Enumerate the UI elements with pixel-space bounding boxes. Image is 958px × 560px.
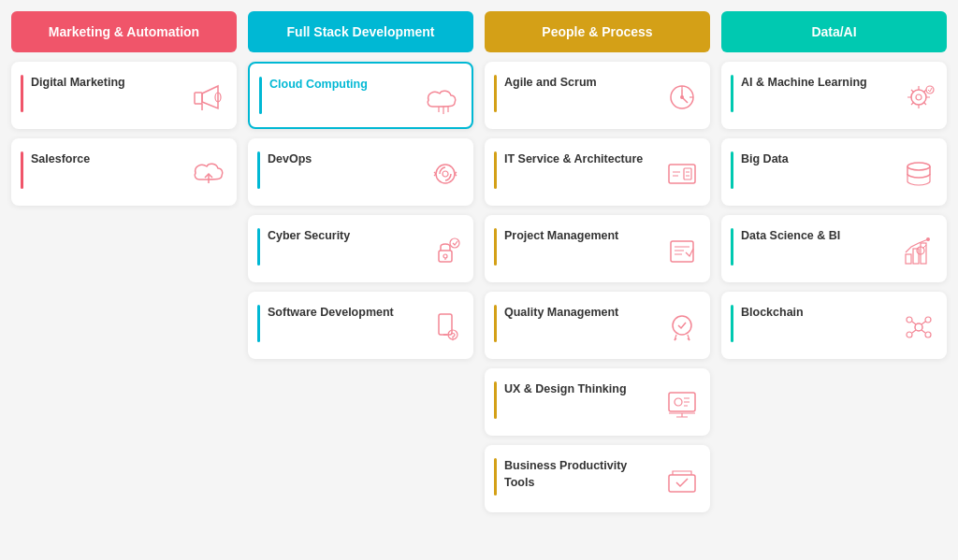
card-title-big-data: Big Data xyxy=(741,150,789,168)
card-title-devops: DevOps xyxy=(268,150,312,168)
card-icon-data-science xyxy=(894,226,937,269)
card-bar-quality-management xyxy=(494,305,497,342)
svg-point-32 xyxy=(925,332,931,337)
card-title-ux-design: UX & Design Thinking xyxy=(504,380,627,398)
svg-point-17 xyxy=(675,398,682,406)
card-icon-big-data xyxy=(894,150,937,193)
card-blockchain[interactable]: Blockchain xyxy=(721,292,947,359)
card-big-data[interactable]: Big Data xyxy=(721,138,947,206)
card-icon-cloud-computing xyxy=(419,75,462,118)
card-title-salesforce: Salesforce xyxy=(31,150,90,168)
svg-point-31 xyxy=(907,332,912,337)
svg-rect-14 xyxy=(671,241,693,262)
card-salesforce[interactable]: Salesforce xyxy=(11,138,237,206)
card-it-service[interactable]: IT Service & Architecture xyxy=(485,138,710,206)
card-digital-marketing[interactable]: Digital Marketing xyxy=(11,62,237,129)
card-title-quality-management: Quality Management xyxy=(504,303,618,322)
card-icon-devops xyxy=(421,150,464,193)
card-software-development[interactable]: Software Development xyxy=(248,292,473,359)
card-bar-cyber-security xyxy=(257,228,260,266)
card-bar-digital-marketing xyxy=(21,75,23,112)
card-icon-digital-marketing xyxy=(184,73,227,116)
card-bar-cloud-computing xyxy=(259,77,262,114)
card-icon-ai-ml xyxy=(894,73,937,116)
card-title-cloud-computing: Cloud Computing xyxy=(269,75,368,93)
svg-point-21 xyxy=(926,86,934,93)
svg-point-20 xyxy=(916,94,922,100)
card-icon-salesforce xyxy=(184,150,227,193)
column-header-fullstack[interactable]: Full Stack Development xyxy=(248,11,473,52)
card-icon-business-productivity xyxy=(658,456,701,499)
card-title-business-productivity: Business Productivity Tools xyxy=(504,456,658,491)
card-title-ai-ml: AI & Machine Learning xyxy=(741,73,867,92)
svg-rect-13 xyxy=(684,168,691,179)
card-bar-data-science xyxy=(731,228,733,266)
svg-point-11 xyxy=(680,95,684,99)
svg-point-30 xyxy=(925,317,931,323)
svg-point-15 xyxy=(673,316,691,335)
card-bar-it-service xyxy=(494,151,497,189)
svg-point-22 xyxy=(907,163,930,170)
svg-point-5 xyxy=(443,254,447,258)
column-header-data-ai[interactable]: Data/AI xyxy=(721,11,947,52)
card-bar-blockchain xyxy=(731,305,733,342)
card-title-it-service: IT Service & Architecture xyxy=(504,150,643,168)
card-icon-software-development xyxy=(421,303,464,346)
column-data-ai: Data/AIAI & Machine Learning Big Data Da… xyxy=(721,11,947,512)
card-cloud-computing[interactable]: Cloud Computing xyxy=(248,62,473,129)
svg-point-29 xyxy=(907,317,912,323)
card-icon-cyber-security xyxy=(421,226,464,269)
main-grid: Marketing & AutomationDigital Marketing … xyxy=(11,11,947,512)
card-bar-salesforce xyxy=(21,151,23,189)
svg-rect-24 xyxy=(913,249,919,264)
card-bar-ai-ml xyxy=(731,75,733,112)
svg-rect-4 xyxy=(439,251,452,262)
card-bar-ux-design xyxy=(494,381,497,419)
card-agile-scrum[interactable]: Agile and Scrum xyxy=(485,62,710,129)
column-people-process: People & ProcessAgile and Scrum IT Servi… xyxy=(485,11,710,512)
card-title-digital-marketing: Digital Marketing xyxy=(31,73,125,92)
card-bar-devops xyxy=(257,151,260,189)
card-project-management[interactable]: Project Management xyxy=(485,215,710,282)
column-header-marketing[interactable]: Marketing & Automation xyxy=(11,11,237,52)
card-icon-blockchain xyxy=(894,303,937,346)
card-ai-ml[interactable]: AI & Machine Learning xyxy=(721,62,947,129)
card-icon-quality-management xyxy=(658,303,701,346)
svg-point-3 xyxy=(443,171,448,177)
card-icon-ux-design xyxy=(658,380,701,423)
card-business-productivity[interactable]: Business Productivity Tools xyxy=(485,445,710,512)
column-header-people-process[interactable]: People & Process xyxy=(485,11,710,52)
card-devops[interactable]: DevOps xyxy=(248,138,473,206)
card-title-agile-scrum: Agile and Scrum xyxy=(504,73,597,92)
card-title-project-management: Project Management xyxy=(504,226,618,245)
svg-point-6 xyxy=(450,238,459,248)
card-title-cyber-security: Cyber Security xyxy=(268,226,350,245)
card-quality-management[interactable]: Quality Management xyxy=(485,292,710,359)
svg-rect-0 xyxy=(195,93,202,104)
card-icon-it-service xyxy=(658,150,701,193)
svg-point-26 xyxy=(926,237,930,241)
card-bar-big-data xyxy=(731,151,733,189)
card-icon-project-management xyxy=(658,226,701,269)
card-title-data-science: Data Science & BI xyxy=(741,226,840,245)
card-bar-business-productivity xyxy=(494,458,497,495)
column-fullstack: Full Stack DevelopmentCloud Computing De… xyxy=(248,11,473,512)
card-bar-project-management xyxy=(494,228,497,266)
card-ux-design[interactable]: UX & Design Thinking xyxy=(485,368,710,436)
column-marketing: Marketing & AutomationDigital Marketing … xyxy=(11,11,237,512)
card-icon-agile-scrum xyxy=(658,73,701,116)
card-bar-agile-scrum xyxy=(494,75,497,112)
svg-rect-23 xyxy=(906,254,911,264)
svg-point-28 xyxy=(915,323,922,331)
card-title-blockchain: Blockchain xyxy=(741,303,804,322)
card-title-software-development: Software Development xyxy=(268,303,394,322)
svg-point-9 xyxy=(452,339,454,341)
card-data-science[interactable]: Data Science & BI xyxy=(721,215,947,282)
card-bar-software-development xyxy=(257,305,260,342)
card-cyber-security[interactable]: Cyber Security xyxy=(248,215,473,282)
